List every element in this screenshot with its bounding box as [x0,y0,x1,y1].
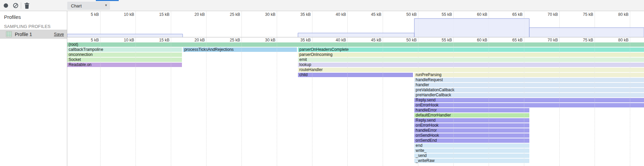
clear-icon[interactable] [12,0,18,11]
flame-gridline-overlay [489,42,489,166]
axis-tick-label: 15 kB [159,38,169,42]
flame-frame[interactable]: processTicksAndRejections [183,47,297,52]
flame-frame[interactable]: defaultErrorHandler [414,113,529,118]
flame-frame-label: emit [298,58,307,62]
flame-frame[interactable]: Readable.on [67,63,182,67]
flame-gridline-overlay [559,42,560,166]
toolbar-divider [21,2,21,9]
flame-frame-label: parserOnHeadersComplete [298,47,349,52]
sidebar-item-profile-1[interactable]: Profile 1 Save [0,30,67,39]
flame-frame[interactable]: handleRequest [414,78,644,82]
record-icon[interactable] [3,0,9,11]
chart-area: 5 kB10 kB15 kB20 kB25 kB30 kB35 kB40 kB4… [67,11,644,166]
flame-frame[interactable]: onErrorHook [414,123,529,128]
axis-tick-label: 30 kB [265,38,275,42]
save-link[interactable]: Save [54,32,64,37]
flame-frame[interactable]: Reply.send [414,98,644,102]
flame-frame[interactable]: onSendEnd [414,138,529,143]
flame-gridline-overlay [524,42,524,166]
axis-tick-label: 70 kB [547,38,558,42]
flame-frame[interactable]: Reply.send [414,118,529,123]
axis-tick-label: 80 kB [618,38,629,42]
sidebar: Profiles SAMPLING PROFILES Profile 1 Sav… [0,11,67,166]
axis-tick-label: 5 kB [91,38,99,42]
flame-frame[interactable]: write_ [414,148,529,153]
flame-frame[interactable]: Socket [67,58,182,62]
chart-view-select[interactable]: Chart ▾ [67,2,110,10]
toolbar: Chart ▾ [0,0,644,11]
flame-frame-label: handleRequest [414,78,443,82]
flame-frame-label: _writeRaw [414,159,434,163]
flame-frame[interactable]: handleError [414,128,529,133]
flame-frame-label: Socket [67,58,81,62]
flame-gridline-overlay [418,42,418,166]
overview-area-series [67,11,644,37]
flame-gridline-overlay [595,42,595,166]
flame-gridline-overlay [453,42,454,166]
flame-frame[interactable]: child [298,73,413,77]
axis-tick-label: 40 kB [336,38,346,42]
flame-frame-label: end [414,143,422,148]
flame-chart[interactable]: 5 kB10 kB15 kB20 kB25 kB30 kB35 kB40 kB4… [67,37,644,166]
flame-frame[interactable]: emit [298,58,644,62]
flame-frame-label: handler [414,83,429,87]
axis-tick-label: 10 kB [124,38,134,42]
axis-tick-label: 35 kB [300,38,311,42]
axis-tick-label: 25 kB [230,38,240,42]
axis-tick-label: 65 kB [512,38,523,42]
flame-gridline-overlay [100,42,101,166]
flame-frame-label: write_ [414,148,426,153]
flame-frame[interactable]: _send [414,154,529,158]
flame-frame[interactable]: routeHandler [298,68,644,72]
axis-tick-label: 55 kB [442,38,452,42]
axis-tick-label: 50 kB [406,38,417,42]
flame-frame[interactable]: (root) [67,42,644,47]
trash-icon[interactable] [24,0,30,11]
flame-gridline-overlay [347,42,348,166]
flame-frame-label: runPreParsing [414,73,442,77]
flame-gridline-overlay [171,42,171,166]
flame-frame-label: Reply.send [414,118,435,123]
axis-tick-label: 75 kB [583,38,593,42]
flame-frame-label: defaultErrorHandler [414,113,451,118]
flame-frame-label: preValidationCallback [414,88,454,92]
flame-gridline-overlay [312,42,312,166]
flame-frame[interactable]: lookup [298,63,644,67]
flame-frame-label: onconnection [67,53,92,57]
flame-gridline-overlay [277,42,277,166]
flame-frame[interactable]: callbackTrampoline [67,47,182,52]
flame-frame[interactable]: parserOnHeadersComplete [298,47,644,52]
axis-tick-label: 60 kB [477,38,487,42]
flame-frame[interactable]: preValidationCallback [414,88,644,92]
flame-frame[interactable]: _writeRaw [414,159,529,163]
flame-frame[interactable]: end [414,143,529,148]
memory-overview[interactable]: 5 kB10 kB15 kB20 kB25 kB30 kB35 kB40 kB4… [67,11,644,37]
flame-gridline-overlay [630,42,630,166]
flame-frame[interactable]: handler [414,83,644,87]
axis-tick-label: 20 kB [194,38,205,42]
chevron-down-icon: ▾ [105,3,107,7]
flame-frame-label: routeHandler [298,68,323,72]
profile-table-icon [6,31,12,37]
flame-frame-label: callbackTrampoline [67,47,103,52]
flame-frame[interactable]: runPreParsing [414,73,644,77]
sidebar-title: Profiles [4,14,21,20]
flame-frame-label: preHandlerCallback [414,93,451,97]
flame-frame-label: child [298,73,308,77]
flame-frame[interactable]: onSendHook [414,133,529,138]
flame-frame[interactable]: onconnection [67,53,182,57]
flame-frame[interactable]: onErrorHook [414,103,644,107]
flame-frame-label: Reply.send [414,98,435,102]
flame-frame[interactable]: preHandlerCallback [414,93,644,97]
flame-frame[interactable]: handleError [414,108,529,112]
tab-accent-strip [96,0,119,1]
axis-tick-label: 45 kB [371,38,381,42]
flame-frame-label: _send [414,154,427,158]
flame-frame[interactable]: parserOnIncoming [298,53,644,57]
flame-gridline-overlay [383,42,383,166]
flame-frame-label: (root) [67,42,78,47]
flame-gridline-overlay [206,42,206,166]
flame-frame-label: parserOnIncoming [298,53,333,57]
flame-frame-label: Readable.on [67,63,91,67]
sidebar-section-header: SAMPLING PROFILES [4,24,51,29]
